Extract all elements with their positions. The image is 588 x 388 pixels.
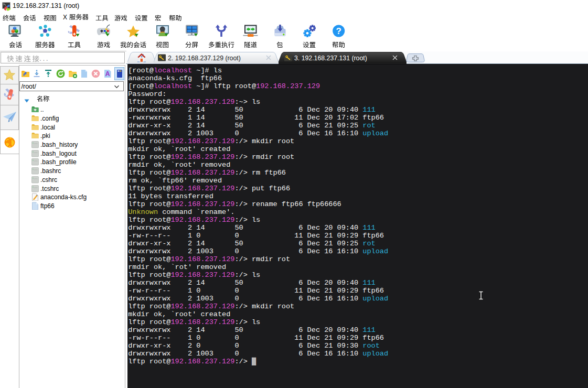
svg-text:3. 192.168.237.131 (root): 3. 192.168.237.131 (root): [294, 55, 367, 62]
svg-text:A: A: [105, 70, 110, 78]
svg-text:?: ?: [336, 26, 341, 36]
svg-text:2. 192.168.237.129 (root): 2. 192.168.237.129 (root): [168, 55, 241, 62]
